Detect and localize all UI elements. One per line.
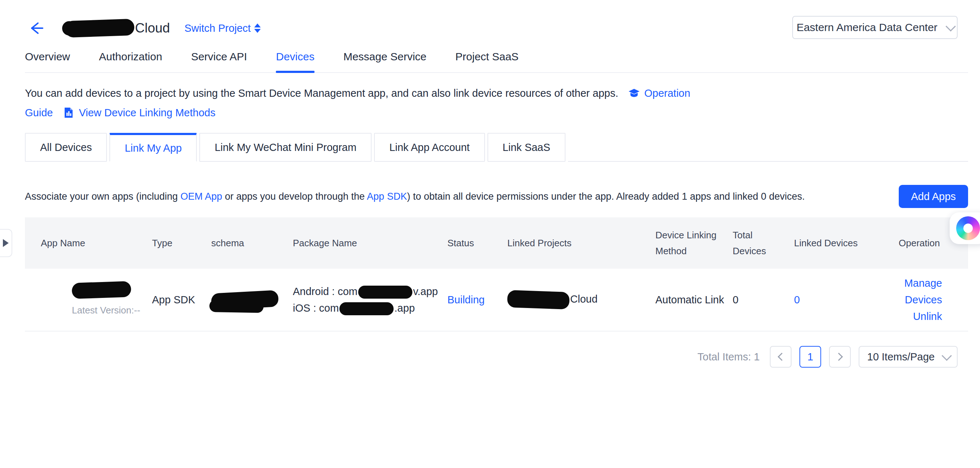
subtab-filler [568,133,968,162]
cell-schema [211,291,293,308]
package-ios: iOS : com.app [293,300,440,316]
associate-row: Associate your own apps (including OEM A… [25,185,968,208]
redacted-project [507,290,570,309]
add-apps-button[interactable]: Add Apps [899,185,968,208]
page-1-button[interactable]: 1 [799,346,821,368]
nav-tabs: Overview Authorization Service API Devic… [25,46,968,73]
triangle-right-icon [3,239,9,247]
col-app-name: App Name [25,235,152,251]
cell-operation: Manage Devices Unlink [884,275,970,325]
chevron-down-icon [941,351,951,361]
items-per-page-select[interactable]: 10 Items/Page [859,346,958,368]
tab-devices[interactable]: Devices [276,46,315,72]
datacenter-select[interactable]: Eastern America Data Center [792,16,958,39]
chevron-left-icon [778,353,786,361]
subtab-link-saas[interactable]: Link SaaS [487,133,565,162]
cell-linked-devices: 0 [794,292,884,308]
operation-guide-link-wrap[interactable]: Guide [25,103,53,122]
col-schema: schema [211,235,293,251]
back-arrow-icon[interactable] [28,20,44,36]
tab-overview[interactable]: Overview [25,46,70,72]
cell-linked-projects: Cloud [508,291,655,309]
document-chart-icon [63,107,75,118]
subtab-link-app-account[interactable]: Link App Account [374,133,485,162]
datacenter-value: Eastern America Data Center [797,21,937,33]
col-device-linking-method: Device Linking Method [655,227,733,259]
latest-version-label: Latest Version:-- [72,302,145,318]
next-page-button[interactable] [829,346,851,368]
device-link-subtabs: All Devices Link My App Link My WeChat M… [25,133,968,162]
items-per-page-value: 10 Items/Page [867,351,935,363]
operation-guide-link[interactable]: Operation [644,84,690,103]
subtab-link-my-app[interactable]: Link My App [110,133,197,162]
sidebar-expand-handle[interactable] [0,229,12,257]
cell-type: App SDK [152,292,211,308]
associate-text-mid: or apps you develop through the [222,191,367,202]
subtab-link-wechat-mini-program[interactable]: Link My WeChat Mini Program [199,133,372,162]
cell-linking-method: Automatic Link [655,292,733,308]
col-type: Type [152,235,211,251]
intro-text: You can add devices to a project by usin… [25,84,618,103]
redacted-android-package [358,286,412,299]
tab-authorization[interactable]: Authorization [99,46,162,72]
associate-text-pre: Associate your own apps (including [25,191,181,202]
total-items-label: Total Items: 1 [698,351,760,363]
assistant-widget[interactable] [950,212,980,244]
unlink-link[interactable]: Unlink [884,308,942,325]
oem-app-link[interactable]: OEM App [181,191,223,202]
associate-text-post: ) to obtain all device permissions under… [407,191,805,202]
app-sdk-link[interactable]: App SDK [367,191,407,202]
prev-page-button[interactable] [770,346,792,368]
chevron-right-icon [835,353,843,361]
graduation-cap-icon [628,88,640,99]
col-package-name: Package Name [293,235,447,251]
switch-project-label: Switch Project [185,22,251,34]
switch-project-link[interactable]: Switch Project [185,22,261,34]
devices-page: Cloud Switch Project Eastern America Dat… [0,0,980,368]
col-linked-projects: Linked Projects [508,235,655,251]
package-android: Android : comv.app [293,283,440,300]
table-row: Latest Version:-- App SDK Android : comv… [25,269,968,331]
redacted-schema [211,290,279,310]
col-total-devices: Total Devices [733,227,794,259]
tab-message-service[interactable]: Message Service [344,46,426,72]
associate-description: Associate your own apps (including OEM A… [25,191,805,202]
col-linked-devices: Linked Devices [794,235,884,251]
tab-project-saas[interactable]: Project SaaS [455,46,519,72]
redacted-project-name [65,19,134,38]
col-status: Status [447,235,508,251]
apps-table: App Name Type schema Package Name Status… [25,217,968,331]
cell-app-name: Latest Version:-- [25,281,152,318]
manage-devices-link[interactable]: Manage Devices [884,275,942,308]
view-linking-methods-link[interactable]: View Device Linking Methods [79,103,215,122]
cell-package-name: Android : comv.app iOS : com.app [293,283,447,316]
redacted-app-name [72,281,131,299]
page-header: Cloud Switch Project Eastern America Dat… [0,0,980,40]
pagination: Total Items: 1 1 10 Items/Page [0,346,958,368]
sort-up-down-icon [254,24,261,33]
page-title: Cloud [135,21,170,36]
redacted-ios-package [339,302,394,315]
tab-service-api[interactable]: Service API [191,46,247,72]
cell-total-devices: 0 [733,292,794,308]
subtab-all-devices[interactable]: All Devices [25,133,107,162]
cell-status: Building [447,292,508,308]
linked-devices-count-link[interactable]: 0 [794,294,800,306]
colorful-swirl-icon [956,216,980,240]
table-header-row: App Name Type schema Package Name Status… [25,217,968,269]
chevron-down-icon [946,21,956,32]
intro-description: You can add devices to a project by usin… [25,84,968,122]
